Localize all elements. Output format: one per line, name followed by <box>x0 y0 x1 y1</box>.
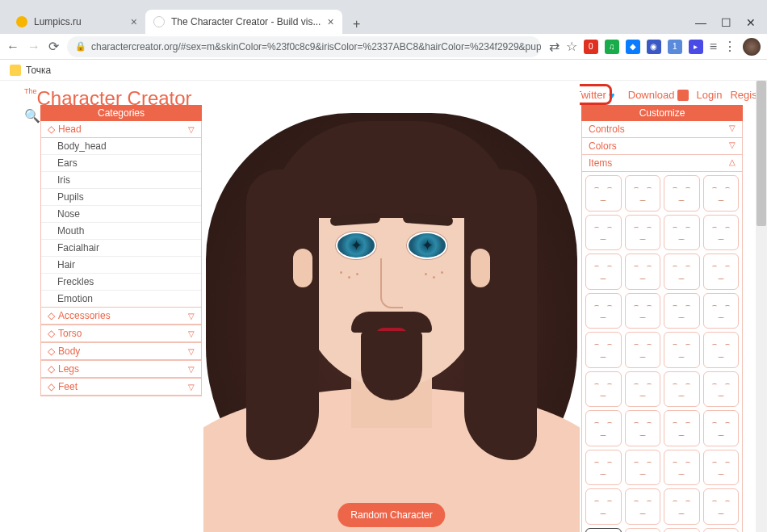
emotion-item[interactable] <box>703 293 740 329</box>
category-item[interactable]: Iris <box>41 172 201 189</box>
customize-controls[interactable]: Controls▽ <box>581 121 743 138</box>
category-torso[interactable]: ◇Torso▽ <box>41 325 201 342</box>
emotion-item[interactable] <box>625 450 661 486</box>
emotion-item[interactable] <box>664 175 700 212</box>
category-item[interactable]: Hair <box>41 257 201 274</box>
forward-icon[interactable]: → <box>27 40 40 54</box>
minimize-icon[interactable]: — <box>695 16 706 29</box>
emotion-item[interactable] <box>625 253 661 290</box>
emotion-item[interactable] <box>625 371 661 408</box>
category-head-toggle[interactable]: ◇Head▽ <box>41 121 201 138</box>
emotion-item[interactable] <box>664 450 700 486</box>
profile-avatar[interactable] <box>743 38 761 56</box>
emotion-item[interactable] <box>585 293 622 329</box>
emotion-item[interactable] <box>625 175 661 212</box>
nav-login[interactable]: Login <box>697 89 723 101</box>
chevron-down-icon: ▽ <box>729 124 736 135</box>
emotion-item[interactable] <box>664 528 700 533</box>
emotion-item[interactable] <box>585 332 622 368</box>
emotion-item[interactable] <box>625 528 661 533</box>
items-grid <box>581 172 743 532</box>
emotion-item[interactable] <box>703 371 740 408</box>
translate-icon[interactable]: ⇄ <box>549 39 560 54</box>
category-item[interactable]: Freckles <box>41 274 201 291</box>
new-tab-button[interactable]: + <box>347 15 367 34</box>
emotion-item[interactable] <box>703 215 740 251</box>
emotion-item[interactable] <box>664 293 700 329</box>
ext-icon[interactable]: 0 <box>584 40 598 54</box>
emotion-item[interactable] <box>625 293 661 329</box>
close-icon[interactable]: × <box>131 15 137 28</box>
close-window-icon[interactable]: ✕ <box>746 16 756 29</box>
emotion-item[interactable] <box>585 410 622 446</box>
page-scrollbar[interactable] <box>756 81 767 532</box>
menu-icon[interactable]: ⋮ <box>723 39 736 54</box>
tab-title: The Character Creator - Build vis... <box>171 16 321 27</box>
ext-icon[interactable]: ♫ <box>605 40 619 54</box>
customize-items[interactable]: Items△ <box>581 155 743 172</box>
twitter-icon: ♥ <box>609 90 620 101</box>
category-item[interactable]: Facialhair <box>41 240 201 257</box>
bookmark-item[interactable]: Точка <box>26 65 51 76</box>
emotion-item[interactable] <box>703 175 740 212</box>
emotion-item[interactable] <box>664 410 700 446</box>
emotion-item[interactable] <box>625 488 661 525</box>
category-item[interactable]: Body_head <box>41 138 201 155</box>
tab-lumpics[interactable]: Lumpics.ru × <box>8 10 145 34</box>
chevron-down-icon: ▽ <box>729 140 736 152</box>
category-item[interactable]: Nose <box>41 206 201 223</box>
emotion-item[interactable] <box>703 528 740 533</box>
category-item[interactable]: Ears <box>41 155 201 172</box>
emotion-item[interactable] <box>664 488 700 525</box>
emotion-item[interactable] <box>703 253 740 290</box>
category-legs[interactable]: ◇Legs▽ <box>41 361 201 378</box>
emotion-item[interactable] <box>585 528 622 533</box>
emotion-item[interactable] <box>703 450 740 486</box>
emotion-item[interactable] <box>664 253 700 290</box>
emotion-item[interactable] <box>585 253 622 290</box>
category-item[interactable]: Pupils <box>41 189 201 206</box>
emotion-item[interactable] <box>703 332 740 368</box>
address-bar[interactable]: 🔒 charactercreator.org/#sex=m&skinColor=… <box>67 36 541 57</box>
random-character-button[interactable]: Random Character <box>337 503 445 527</box>
maximize-icon[interactable]: ☐ <box>721 16 731 29</box>
emotion-item[interactable] <box>625 332 661 368</box>
reload-icon[interactable]: ⟳ <box>48 39 59 54</box>
emotion-item[interactable] <box>585 215 622 251</box>
emotion-item[interactable] <box>664 371 700 408</box>
emotion-item[interactable] <box>585 175 622 212</box>
favicon-icon <box>153 16 165 27</box>
bookmarks-bar: Точка <box>0 60 767 81</box>
category-feet[interactable]: ◇Feet▽ <box>41 379 201 396</box>
playlist-icon[interactable]: ≡ <box>710 40 717 54</box>
tab-strip: Lumpics.ru × The Character Creator - Bui… <box>0 8 767 34</box>
nav-twitter[interactable]: Twitter♥ <box>575 89 619 101</box>
star-icon[interactable]: ☆ <box>566 39 577 54</box>
nav-download[interactable]: Download↓ <box>628 89 689 101</box>
customize-colors[interactable]: Colors▽ <box>581 138 743 155</box>
category-accessories[interactable]: ◇Accessories▽ <box>41 308 201 325</box>
ext-icon[interactable]: ◆ <box>626 40 640 54</box>
ext-icon[interactable]: 1 <box>668 40 682 54</box>
category-item[interactable]: Emotion <box>41 291 201 307</box>
category-body[interactable]: ◇Body▽ <box>41 343 201 360</box>
back-icon[interactable]: ← <box>6 40 19 54</box>
close-icon[interactable]: × <box>327 15 333 28</box>
emotion-item[interactable] <box>585 488 622 525</box>
emotion-item[interactable] <box>585 450 622 486</box>
emotion-item[interactable] <box>703 410 740 446</box>
scroll-thumb[interactable] <box>757 81 766 226</box>
emotion-item[interactable] <box>664 215 700 251</box>
window-titlebar <box>0 0 767 8</box>
ext-icon[interactable]: ▸ <box>689 40 703 54</box>
emotion-item[interactable] <box>703 488 740 525</box>
emotion-item[interactable] <box>664 332 700 368</box>
emotion-item[interactable] <box>625 215 661 251</box>
ext-icon[interactable]: ◉ <box>647 40 661 54</box>
emotion-item[interactable] <box>625 410 661 446</box>
category-item[interactable]: Mouth <box>41 223 201 240</box>
category-head: ◇Head▽ Body_headEarsIrisPupilsNoseMouthF… <box>40 121 202 308</box>
tab-title: Lumpics.ru <box>34 16 82 27</box>
emotion-item[interactable] <box>585 371 622 408</box>
tab-character-creator[interactable]: The Character Creator - Build vis... × <box>145 10 342 34</box>
